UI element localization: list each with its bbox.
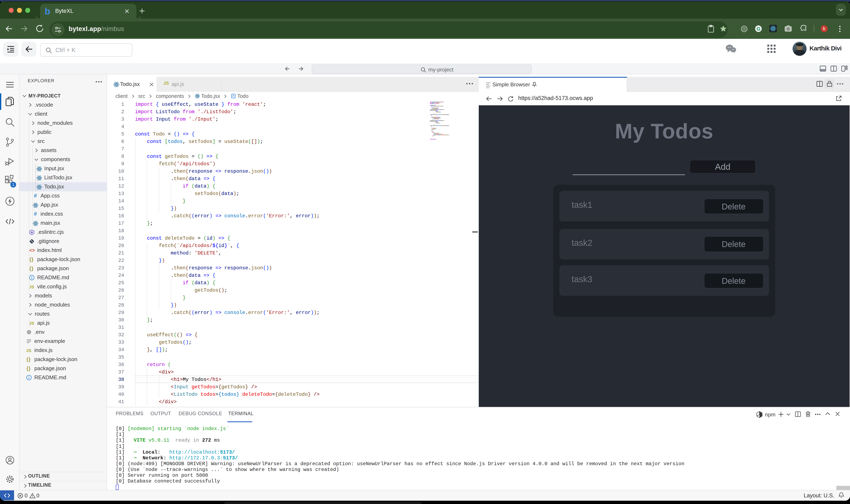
svg-text:b: b [45, 6, 50, 16]
svg-text:G: G [757, 26, 761, 32]
